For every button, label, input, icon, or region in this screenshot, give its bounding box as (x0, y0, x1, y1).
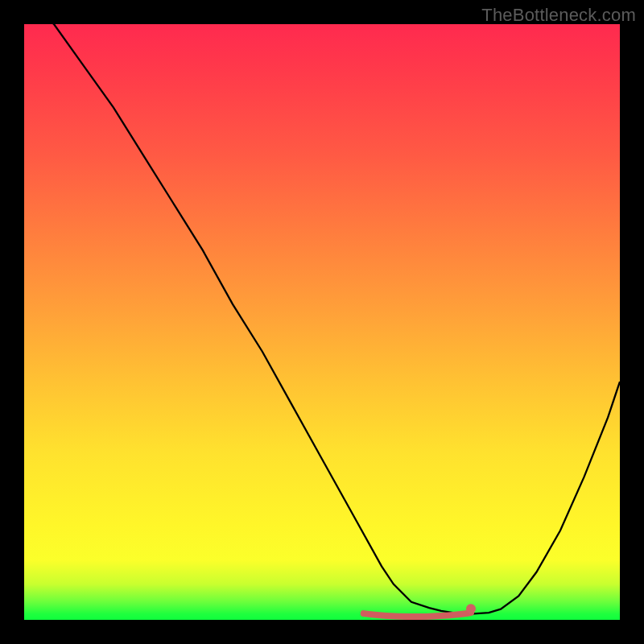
chart-frame: TheBottleneck.com (0, 0, 644, 644)
marker-end-dot (466, 604, 476, 613)
optimal-region-marker (364, 604, 476, 617)
watermark-text: TheBottleneck.com (481, 5, 636, 26)
bottleneck-curve (24, 24, 620, 614)
curve-layer (24, 24, 620, 620)
plot-area (24, 24, 620, 620)
